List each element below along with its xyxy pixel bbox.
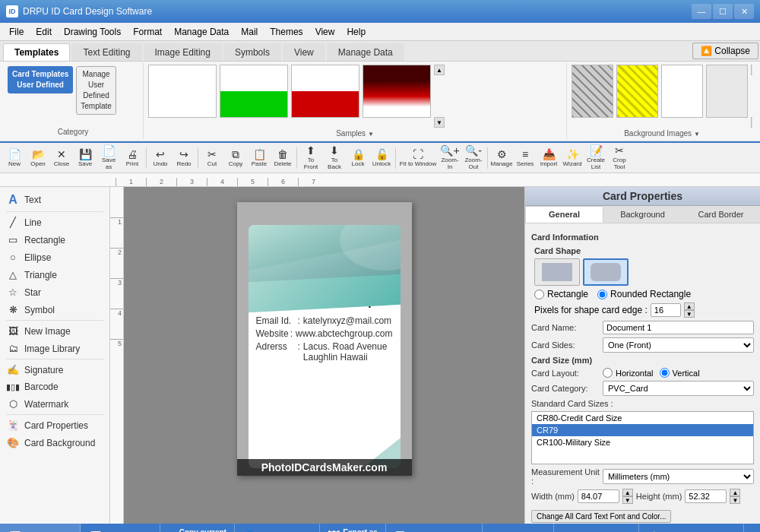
card-properties-tool[interactable]: 🃏 Card Properties bbox=[0, 416, 109, 434]
width-up[interactable]: ▲ bbox=[622, 489, 633, 496]
send-mail-btn[interactable]: ✉ Send Mail bbox=[483, 524, 554, 532]
user-profile-btn[interactable]: 👤 User Profile bbox=[235, 524, 320, 532]
sample-dark[interactable] bbox=[363, 65, 431, 118]
change-font-button[interactable]: Change All Card Text Font and Color... bbox=[531, 510, 671, 523]
rectangle-radio-label[interactable]: Rectangle bbox=[534, 289, 588, 299]
bg-scroll-down[interactable]: ▼ bbox=[751, 117, 752, 128]
toback-button[interactable]: ⬇To Back bbox=[323, 146, 346, 170]
bg-item-1[interactable] bbox=[572, 65, 613, 118]
manage-template-button[interactable]: Manage User Defined Template bbox=[76, 66, 116, 115]
text-tool[interactable]: A Text bbox=[0, 190, 109, 210]
card-sides-select[interactable]: One (Front) Two (Front & Back) bbox=[603, 337, 754, 353]
menu-mail[interactable]: Mail bbox=[235, 25, 264, 39]
close-button[interactable]: ✕Close bbox=[50, 146, 73, 170]
menu-drawing-tools[interactable]: Drawing Tools bbox=[58, 25, 127, 39]
bg-item-2[interactable] bbox=[616, 65, 658, 118]
height-up[interactable]: ▲ bbox=[730, 489, 740, 496]
sample-red[interactable] bbox=[291, 65, 359, 118]
tab-view[interactable]: View bbox=[283, 43, 325, 61]
zoomin-button[interactable]: 🔍+Zoom-In bbox=[439, 146, 461, 170]
copy-button[interactable]: ⧉Copy bbox=[224, 146, 247, 170]
sample-blank[interactable] bbox=[148, 65, 217, 118]
copy-design-btn[interactable]: ⧉ Copy currentdesign bbox=[160, 524, 235, 532]
vertical-radio-label[interactable]: Vertical bbox=[660, 368, 700, 378]
line-tool[interactable]: ╱ Line bbox=[0, 214, 109, 231]
pixels-down[interactable]: ▼ bbox=[684, 310, 695, 318]
new-image-tool[interactable]: 🖼 New Image bbox=[0, 322, 109, 340]
tab-manage-data[interactable]: Manage Data bbox=[327, 43, 404, 61]
tab-general[interactable]: General bbox=[525, 206, 603, 223]
canvas-area[interactable]: 1 2 3 4 5 bbox=[110, 187, 524, 524]
card-name-input[interactable] bbox=[603, 321, 754, 334]
tab-card-border[interactable]: Card Border bbox=[682, 206, 760, 223]
sample-green[interactable] bbox=[220, 65, 288, 118]
menu-themes[interactable]: Themes bbox=[264, 25, 309, 39]
manage-button[interactable]: ⚙Manage bbox=[490, 146, 513, 170]
image-library-tool[interactable]: 🗂 Image Library bbox=[0, 340, 109, 357]
pixels-input[interactable] bbox=[651, 303, 681, 317]
card-background-tool[interactable]: 🎨 Card Background bbox=[0, 434, 109, 451]
rounded-rect-radio[interactable] bbox=[597, 290, 607, 299]
horizontal-radio-label[interactable]: Horizontal bbox=[603, 368, 654, 378]
tab-background[interactable]: Background bbox=[603, 206, 682, 223]
bg-item-3[interactable] bbox=[661, 65, 703, 118]
createlist-button[interactable]: 📝Create List bbox=[584, 146, 607, 170]
delete-button[interactable]: 🗑Delete bbox=[271, 146, 294, 170]
vertical-radio[interactable] bbox=[660, 368, 670, 378]
menu-edit[interactable]: Edit bbox=[30, 25, 58, 39]
size-cr100[interactable]: CR100-Military Size bbox=[532, 436, 753, 448]
open-button[interactable]: 📂Open bbox=[27, 146, 49, 170]
watermark-tool[interactable]: ⬡ Watermark bbox=[0, 395, 109, 413]
samples-scroll-down[interactable]: ▼ bbox=[434, 117, 445, 128]
card-templates-button[interactable]: Card Templates User Defined bbox=[8, 66, 73, 93]
ellipse-tool[interactable]: ○ Ellipse bbox=[0, 249, 109, 266]
signature-tool[interactable]: ✍ Signature bbox=[0, 361, 109, 378]
pixels-up[interactable]: ▲ bbox=[684, 302, 695, 310]
undo-button[interactable]: ↩Undo bbox=[149, 146, 172, 170]
menu-view[interactable]: View bbox=[309, 25, 341, 39]
fit-button[interactable]: ⛶Fit to Window bbox=[398, 146, 438, 170]
card-size-list[interactable]: CR80-Credit Card Size CR79 CR100-Militar… bbox=[531, 411, 754, 464]
tab-templates[interactable]: Templates bbox=[3, 43, 70, 61]
rectangle-radio[interactable] bbox=[534, 290, 544, 299]
height-input[interactable] bbox=[685, 489, 727, 503]
tab-image-editing[interactable]: Image Editing bbox=[144, 43, 222, 61]
menu-manage-data[interactable]: Manage Data bbox=[168, 25, 235, 39]
unlock-button[interactable]: 🔓Unlock bbox=[370, 146, 393, 170]
minimize-button[interactable]: — bbox=[692, 4, 711, 19]
width-down[interactable]: ▼ bbox=[622, 496, 633, 504]
card-front-btn[interactable]: 🃏 Card Front bbox=[0, 524, 81, 532]
star-tool[interactable]: ☆ Star bbox=[0, 283, 109, 301]
save-button[interactable]: 💾Save bbox=[74, 146, 97, 170]
rounded-rect-radio-label[interactable]: Rounded Rectangle bbox=[597, 289, 691, 299]
menu-file[interactable]: File bbox=[3, 25, 30, 39]
tab-text-editing[interactable]: Text Editing bbox=[71, 43, 141, 61]
card-back-btn[interactable]: 🃏 Card Back bbox=[81, 524, 160, 532]
card-batch-btn[interactable]: 📋 Card Batch Data bbox=[639, 524, 744, 532]
crop-button[interactable]: ✂Crop Tool bbox=[608, 146, 631, 170]
height-down[interactable]: ▼ bbox=[730, 496, 740, 504]
print-button[interactable]: 🖨Print bbox=[121, 146, 144, 170]
tab-symbols[interactable]: Symbols bbox=[223, 43, 281, 61]
rectangle-shape-box[interactable] bbox=[534, 258, 580, 286]
lock-button[interactable]: 🔒Lock bbox=[347, 146, 369, 170]
size-cr79[interactable]: CR79 bbox=[532, 424, 753, 436]
horizontal-radio[interactable] bbox=[603, 368, 613, 378]
rectangle-tool[interactable]: ▭ Rectangle bbox=[0, 231, 109, 249]
bg-scroll-up[interactable]: ▲ bbox=[751, 65, 752, 75]
tofront-button[interactable]: ⬆To Front bbox=[299, 146, 322, 170]
bg-item-4[interactable] bbox=[706, 65, 748, 118]
wizard-button[interactable]: ✨Wizard bbox=[561, 146, 584, 170]
redo-button[interactable]: ↪Redo bbox=[173, 146, 195, 170]
size-cr80[interactable]: CR80-Credit Card Size bbox=[532, 412, 753, 424]
paste-button[interactable]: 📋Paste bbox=[248, 146, 271, 170]
measurement-select[interactable]: Millimeters (mm) Inches Pixels bbox=[603, 469, 754, 484]
save-as-button[interactable]: 📄Save as bbox=[97, 146, 120, 170]
triangle-tool[interactable]: △ Triangle bbox=[0, 266, 109, 283]
export-pdf-btn[interactable]: 📄 Export as PDF bbox=[386, 524, 483, 532]
rounded-rect-shape-box[interactable] bbox=[583, 258, 629, 286]
export-image-btn[interactable]: 🖼 Export asImage bbox=[320, 524, 386, 532]
menu-format[interactable]: Format bbox=[127, 25, 168, 39]
card-category-select[interactable]: PVC_Card bbox=[603, 381, 754, 396]
import-button[interactable]: 📥Import bbox=[537, 146, 560, 170]
